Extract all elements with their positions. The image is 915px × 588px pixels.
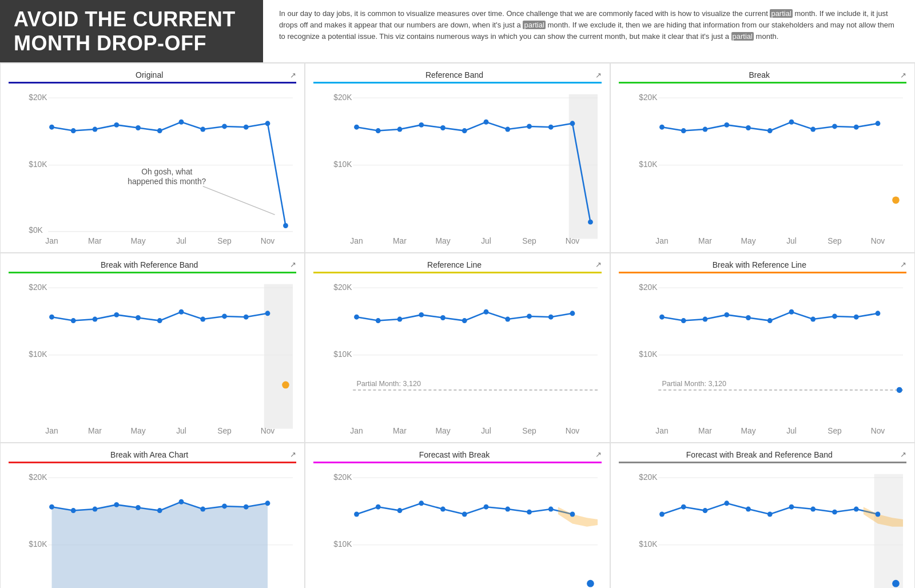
svg-point-77 — [49, 315, 54, 320]
svg-text:$10K: $10K — [334, 539, 353, 549]
svg-point-65 — [892, 196, 900, 204]
svg-text:$10K: $10K — [639, 349, 658, 359]
svg-text:$20K: $20K — [29, 93, 47, 102]
svg-point-124 — [702, 316, 707, 321]
svg-text:Partial Month: 3,120: Partial Month: 3,120 — [357, 380, 421, 388]
svg-point-56 — [702, 127, 707, 132]
chart-break-ref-line-title: Break with Reference Line — [619, 260, 900, 269]
chart-break-area: $20K $10K Jan Mar — [619, 87, 906, 248]
chart-break-ref-line-expand[interactable]: ↗ — [900, 260, 906, 269]
svg-text:Jan: Jan — [655, 426, 668, 435]
svg-text:$10K: $10K — [29, 539, 47, 549]
svg-point-134 — [896, 387, 902, 393]
svg-point-16 — [265, 121, 270, 126]
chart-break-area-title: Break with Area Chart — [9, 450, 290, 459]
chart-forecast-break: Forecast with Break ↗ $20K $10K — [305, 443, 610, 588]
svg-text:May: May — [130, 426, 145, 435]
svg-point-11 — [157, 128, 162, 133]
svg-text:Sep: Sep — [217, 236, 232, 245]
svg-point-14 — [222, 124, 227, 129]
svg-text:$10K: $10K — [334, 349, 353, 359]
svg-text:$0K: $0K — [29, 225, 43, 235]
svg-point-181 — [587, 580, 594, 587]
svg-point-201 — [810, 506, 815, 511]
svg-text:Jul: Jul — [176, 236, 186, 245]
chart-forecast-break-band: Forecast with Break and Reference Band ↗… — [610, 443, 915, 588]
svg-text:Jan: Jan — [351, 426, 363, 435]
svg-text:$20K: $20K — [334, 93, 353, 102]
chart-original-expand[interactable]: ↗ — [290, 71, 296, 80]
svg-text:Jul: Jul — [481, 426, 491, 435]
chart-forecast-break-band-colorbar — [619, 462, 906, 463]
svg-text:$20K: $20K — [334, 472, 353, 482]
chart-break-ref-band-area: $20K $10K Jan — [9, 277, 296, 438]
page-title: AVOID THE CURRENTMONTH DROP-OFF — [0, 0, 263, 62]
svg-point-32 — [354, 125, 359, 130]
svg-text:May: May — [436, 426, 451, 435]
chart-forecast-break-expand[interactable]: ↗ — [595, 450, 602, 459]
svg-text:$10K: $10K — [29, 349, 47, 359]
chart-break-ref-band-colorbar — [9, 272, 296, 273]
header: AVOID THE CURRENTMONTH DROP-OFF In our d… — [0, 0, 915, 63]
svg-point-6 — [49, 125, 54, 130]
chart-forecast-break-title: Forecast with Break — [313, 450, 595, 459]
svg-point-108 — [548, 315, 554, 320]
chart-break-area-expand[interactable]: ↗ — [290, 450, 296, 459]
svg-point-43 — [588, 220, 593, 225]
svg-point-203 — [853, 506, 858, 511]
chart-break-title: Break — [619, 70, 900, 80]
svg-text:Mar: Mar — [88, 426, 102, 435]
svg-point-148 — [71, 508, 76, 513]
svg-point-33 — [376, 128, 381, 133]
chart-reference-line-colorbar — [313, 272, 601, 273]
chart-reference-band-colorbar — [313, 82, 601, 84]
svg-point-88 — [282, 381, 289, 388]
svg-point-125 — [724, 312, 729, 317]
chart-break-ref-line-area: $20K $10K Partial Mont — [619, 277, 906, 438]
svg-text:Jul: Jul — [481, 236, 491, 245]
svg-text:Sep: Sep — [523, 426, 537, 435]
svg-point-153 — [179, 499, 184, 504]
svg-point-60 — [789, 120, 794, 125]
chart-reference-band: Reference Band ↗ $20K $10K — [305, 63, 610, 253]
svg-text:Mar: Mar — [698, 236, 712, 245]
chart-reference-line-expand[interactable]: ↗ — [595, 260, 602, 269]
svg-point-175 — [462, 511, 467, 517]
svg-point-62 — [832, 124, 837, 129]
svg-point-103 — [440, 315, 445, 320]
svg-point-198 — [746, 506, 751, 511]
svg-point-131 — [853, 315, 858, 320]
svg-point-106 — [506, 316, 511, 321]
svg-text:Mar: Mar — [393, 426, 407, 435]
svg-point-87 — [265, 311, 270, 316]
svg-text:May: May — [741, 236, 755, 245]
svg-rect-192 — [874, 474, 902, 588]
svg-point-194 — [659, 511, 665, 517]
svg-text:$20K: $20K — [29, 472, 47, 482]
chart-reference-band-expand[interactable]: ↗ — [595, 71, 602, 80]
chart-reference-line-area: $20K $10K Partial Month: 3,120 — [313, 277, 601, 438]
svg-point-177 — [506, 506, 511, 511]
svg-rect-76 — [264, 284, 293, 429]
svg-point-9 — [114, 122, 119, 128]
chart-break-ref-band-expand[interactable]: ↗ — [290, 260, 296, 269]
chart-forecast-break-area: $20K $10K — [313, 467, 601, 588]
svg-point-38 — [484, 120, 489, 125]
svg-point-13 — [200, 127, 205, 132]
svg-point-173 — [419, 500, 424, 506]
chart-break-ref-line-colorbar — [619, 272, 906, 273]
svg-text:Mar: Mar — [393, 236, 407, 245]
svg-point-128 — [789, 309, 794, 315]
svg-text:Jul: Jul — [176, 426, 186, 435]
svg-point-37 — [462, 128, 467, 133]
svg-point-130 — [832, 313, 837, 319]
chart-break-expand[interactable]: ↗ — [900, 71, 906, 80]
chart-forecast-break-band-expand[interactable]: ↗ — [900, 450, 906, 459]
svg-point-180 — [570, 511, 575, 517]
chart-reference-band-area: $20K $10K Jan — [313, 87, 601, 248]
svg-marker-146 — [51, 502, 267, 588]
chart-break-area: Break with Area Chart ↗ $20K $10K — [0, 443, 305, 588]
svg-point-8 — [93, 127, 98, 132]
svg-text:$10K: $10K — [639, 539, 658, 549]
svg-text:happened this month?: happened this month? — [128, 177, 206, 186]
